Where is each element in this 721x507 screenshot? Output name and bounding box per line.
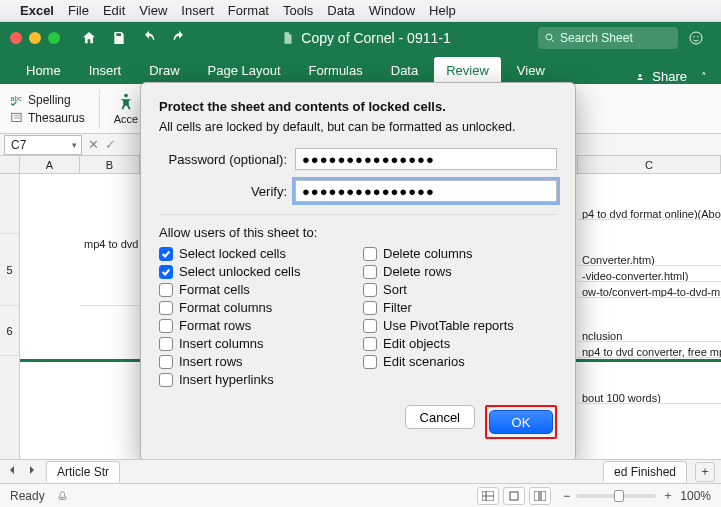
view-page-layout-icon[interactable] (503, 487, 525, 505)
cancel-formula-icon[interactable]: ✕ (88, 137, 99, 152)
column-header-a[interactable]: A (20, 156, 80, 173)
sheet-tab-2[interactable]: ed Finished (603, 461, 687, 482)
view-normal-icon[interactable] (477, 487, 499, 505)
permission-checkbox[interactable]: Insert hyperlinks (159, 372, 353, 387)
permission-label: Format columns (179, 300, 272, 315)
permission-label: Format rows (179, 318, 251, 333)
cell-c-fragment[interactable]: ow-to/convert-mp4-to-dvd-m (578, 282, 721, 298)
svg-point-6 (124, 94, 128, 98)
column-header-b[interactable]: B (80, 156, 140, 173)
document-title: Copy of Cornel - 0911-1 (194, 30, 538, 46)
titlebar: Copy of Cornel - 0911-1 Search Sheet (0, 22, 721, 54)
redo-icon[interactable] (171, 30, 187, 46)
permission-checkbox[interactable]: Delete columns (363, 246, 557, 261)
mac-menu-help[interactable]: Help (429, 3, 456, 18)
tab-formulas[interactable]: Formulas (297, 57, 375, 84)
mac-menubar: Excel File Edit View Insert Format Tools… (0, 0, 721, 22)
collapse-ribbon-icon[interactable]: ˄ (701, 71, 707, 84)
cell-c-fragment[interactable]: nclusion (578, 326, 721, 342)
permission-checkbox[interactable]: Select unlocked cells (159, 264, 353, 279)
name-box[interactable]: C7 ▾ (4, 135, 82, 155)
tab-insert[interactable]: Insert (77, 57, 134, 84)
permission-checkbox[interactable]: Format columns (159, 300, 353, 315)
permission-checkbox[interactable]: Insert columns (159, 336, 353, 351)
verify-input[interactable] (295, 180, 557, 202)
search-icon (544, 32, 556, 44)
mac-menu-file[interactable]: File (68, 3, 89, 18)
zoom-in-icon[interactable]: ＋ (662, 487, 674, 504)
sheet-nav-prev-icon[interactable] (6, 464, 18, 479)
search-sheet-input[interactable]: Search Sheet (538, 27, 678, 49)
cell-c-fragment[interactable]: bout 100 words) (578, 388, 721, 404)
row-header-5[interactable]: 5 (0, 234, 19, 306)
add-sheet-button[interactable]: ＋ (695, 462, 715, 482)
permission-label: Edit scenarios (383, 354, 465, 369)
mac-menu-window[interactable]: Window (369, 3, 415, 18)
accessibility-label: Acce (114, 113, 138, 126)
name-box-dropdown-icon[interactable]: ▾ (72, 140, 77, 150)
cell-c-fragment[interactable]: -video-converter.html) (578, 266, 721, 282)
row-header-6[interactable]: 6 (0, 306, 19, 356)
cancel-button[interactable]: Cancel (405, 405, 475, 429)
thesaurus-label: Thesaurus (28, 111, 85, 125)
tab-home[interactable]: Home (14, 57, 73, 84)
permission-checkbox[interactable]: Edit objects (363, 336, 557, 351)
svg-text:abc: abc (11, 95, 23, 102)
view-page-break-icon[interactable] (529, 487, 551, 505)
cell-c-fragment[interactable]: p4 to dvd format online)(Abou (578, 204, 721, 220)
minimize-window-icon[interactable] (29, 32, 41, 44)
mac-menu-appname[interactable]: Excel (20, 3, 54, 18)
mac-menu-edit[interactable]: Edit (103, 3, 125, 18)
permission-checkbox[interactable]: Select locked cells (159, 246, 353, 261)
zoom-control[interactable]: − ＋ 100% (563, 487, 711, 504)
tab-data[interactable]: Data (379, 57, 430, 84)
share-button[interactable]: Share (634, 69, 687, 84)
spelling-button[interactable]: abc Spelling (10, 93, 85, 107)
window-controls[interactable] (10, 32, 60, 44)
column-header-c[interactable]: C (578, 156, 721, 173)
password-label: Password (optional): (159, 152, 287, 167)
tab-draw[interactable]: Draw (137, 57, 191, 84)
mac-menu-insert[interactable]: Insert (181, 3, 214, 18)
mac-menu-view[interactable]: View (139, 3, 167, 18)
accessibility-button[interactable]: Acce (114, 91, 138, 126)
save-icon[interactable] (111, 30, 127, 46)
permission-checkbox[interactable]: Insert rows (159, 354, 353, 369)
cell-c-fragment[interactable]: Converter.htm) (578, 250, 721, 266)
permission-checkbox[interactable]: Sort (363, 282, 557, 297)
permission-checkbox[interactable]: Use PivotTable reports (363, 318, 557, 333)
permission-label: Insert columns (179, 336, 264, 351)
zoom-slider[interactable] (576, 494, 656, 498)
sheet-nav-next-icon[interactable] (26, 464, 38, 479)
zoom-out-icon[interactable]: − (563, 489, 570, 503)
confirm-formula-icon[interactable]: ✓ (105, 137, 116, 152)
permission-label: Delete columns (383, 246, 473, 261)
permission-checkbox[interactable]: Filter (363, 300, 557, 315)
accessibility-status-icon[interactable]: 🕭 (57, 489, 69, 503)
permission-checkbox[interactable]: Format rows (159, 318, 353, 333)
close-window-icon[interactable] (10, 32, 22, 44)
mac-menu-format[interactable]: Format (228, 3, 269, 18)
sheet-tab-1[interactable]: Article Str (46, 461, 120, 482)
permission-label: Filter (383, 300, 412, 315)
status-bar: Ready 🕭 − ＋ 100% (0, 483, 721, 507)
feedback-icon[interactable] (688, 30, 704, 46)
thesaurus-button[interactable]: Thesaurus (10, 111, 85, 125)
ok-button[interactable]: OK (489, 410, 553, 434)
home-icon[interactable] (81, 30, 97, 46)
verify-label: Verify: (159, 184, 287, 199)
permission-label: Insert hyperlinks (179, 372, 274, 387)
tab-review[interactable]: Review (434, 57, 501, 84)
permission-checkbox[interactable]: Format cells (159, 282, 353, 297)
search-placeholder: Search Sheet (560, 31, 633, 45)
mac-menu-tools[interactable]: Tools (283, 3, 313, 18)
tab-view[interactable]: View (505, 57, 557, 84)
tab-page-layout[interactable]: Page Layout (196, 57, 293, 84)
password-input[interactable] (295, 148, 557, 170)
undo-icon[interactable] (141, 30, 157, 46)
permission-checkbox[interactable]: Delete rows (363, 264, 557, 279)
fullscreen-window-icon[interactable] (48, 32, 60, 44)
mac-menu-data[interactable]: Data (327, 3, 354, 18)
permission-checkbox[interactable]: Edit scenarios (363, 354, 557, 369)
cell-c-fragment[interactable]: np4 to dvd converter, free mp (578, 342, 721, 358)
